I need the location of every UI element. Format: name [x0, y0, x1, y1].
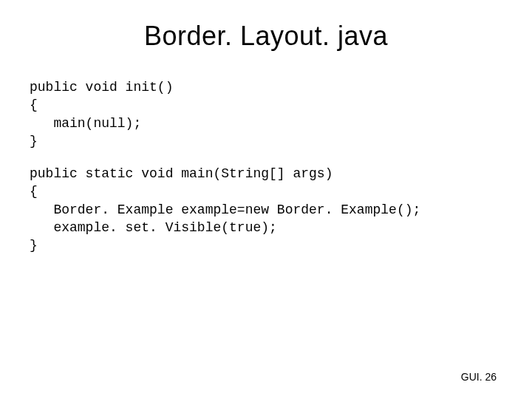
slide-footer: GUI. 26	[461, 371, 497, 383]
code-block-init: public void init() { main(null); }	[30, 78, 502, 150]
code-block-main: public static void main(String[] args) {…	[30, 165, 502, 254]
slide-container: Border. Layout. java public void init() …	[0, 0, 532, 399]
slide-title: Border. Layout. java	[30, 21, 502, 52]
